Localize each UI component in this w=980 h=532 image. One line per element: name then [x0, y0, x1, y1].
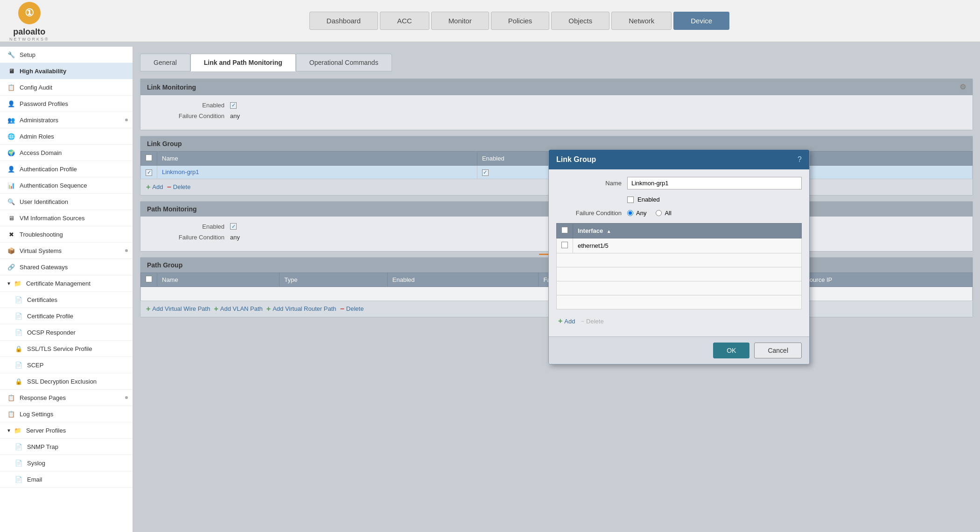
- path-monitoring-failure-label: Failure Condition: [150, 234, 224, 241]
- interface-row-checkbox[interactable]: [561, 242, 568, 248]
- link-group-row-name-link[interactable]: Linkmon-grp1: [162, 168, 199, 175]
- sort-arrow-icon: ▲: [607, 229, 611, 234]
- link-group-add-btn[interactable]: + Add: [146, 183, 163, 191]
- cert-profile-icon: 📄: [14, 311, 23, 321]
- domain-icon: 🌍: [7, 148, 16, 157]
- sidebar-item-password-profiles[interactable]: 👤 Password Profiles: [0, 96, 133, 112]
- link-group-row-name[interactable]: Linkmon-grp1: [157, 166, 477, 179]
- sidebar-item-server-profiles[interactable]: ▼ 📁 Server Profiles: [0, 422, 133, 439]
- empty-cell: [557, 253, 802, 267]
- sidebar-item-scep[interactable]: 📄 SCEP: [0, 357, 133, 373]
- dialog-interface-add-btn[interactable]: + Add: [558, 317, 575, 325]
- table-row[interactable]: ethernet1/5: [557, 238, 802, 253]
- tab-operational-commands[interactable]: Operational Commands: [296, 54, 392, 71]
- nav-tab-dashboard[interactable]: Dashboard: [309, 12, 378, 30]
- sidebar-item-cert-mgmt[interactable]: ▼ 📁 Certificate Management: [0, 275, 133, 292]
- link-monitoring-failure-label: Failure Condition: [150, 112, 224, 119]
- sidebar-item-virtual-systems[interactable]: 📦 Virtual Systems: [0, 243, 133, 259]
- dialog-ok-button[interactable]: OK: [713, 343, 749, 358]
- path-group-select-all[interactable]: [146, 276, 152, 282]
- syslog-icon: 📄: [14, 458, 23, 468]
- path-monitoring-enabled-label: Enabled: [150, 223, 224, 230]
- link-monitoring-enabled-label: Enabled: [150, 102, 224, 109]
- sidebar-item-setup[interactable]: 🔧 Setup: [0, 47, 133, 63]
- sidebar-item-shared-gateways[interactable]: 🔗 Shared Gateways: [0, 259, 133, 275]
- link-group-row-checkbox[interactable]: [146, 169, 152, 176]
- sidebar-item-vm-info[interactable]: 🖥 VM Information Sources: [0, 210, 133, 226]
- tab-link-path-monitoring[interactable]: Link and Path Monitoring: [190, 54, 296, 71]
- nav-tab-device[interactable]: Device: [673, 12, 729, 30]
- nav-tab-objects[interactable]: Objects: [551, 12, 609, 30]
- interface-row-check[interactable]: [557, 238, 573, 253]
- tab-general[interactable]: General: [140, 54, 190, 71]
- dialog-interface-delete-btn[interactable]: − Delete: [581, 317, 603, 325]
- link-group-row-enabled-checkbox[interactable]: [482, 169, 489, 176]
- sidebar-item-ocsp[interactable]: 📄 OCSP Responder: [0, 324, 133, 341]
- sidebar-item-ssl-tls[interactable]: 🔒 SSL/TLS Service Profile: [0, 341, 133, 357]
- dialog-name-label: Name: [556, 180, 622, 187]
- dialog-failure-row: Failure Condition Any All: [556, 210, 802, 217]
- setup-icon: 🔧: [7, 50, 16, 59]
- dialog-interface-actions: + Add − Delete: [556, 313, 802, 329]
- sidebar-item-log-settings[interactable]: 📋 Log Settings: [0, 406, 133, 422]
- sidebar-item-access-domain[interactable]: 🌍 Access Domain: [0, 145, 133, 161]
- minus-icon: −: [167, 183, 171, 191]
- auth-icon: 👤: [7, 164, 16, 174]
- ssl-icon: 🔒: [14, 344, 23, 353]
- sidebar-item-auth-sequence[interactable]: 📊 Authentication Sequence: [0, 177, 133, 194]
- dialog-cancel-button[interactable]: Cancel: [754, 343, 802, 358]
- link-monitoring-gear[interactable]: ⚙: [959, 83, 966, 91]
- interface-table-header: Interface ▲: [557, 224, 802, 238]
- dialog-name-row: Name: [556, 177, 802, 189]
- path-group-col-name: Name: [157, 273, 280, 287]
- link-group-row-check[interactable]: [141, 166, 157, 179]
- admin-icon: 👥: [7, 115, 16, 125]
- link-group-delete-btn[interactable]: − Delete: [167, 183, 190, 191]
- sidebar-item-troubleshooting[interactable]: ✖ Troubleshooting: [0, 226, 133, 243]
- link-monitoring-enabled-checkbox[interactable]: [230, 102, 237, 109]
- sidebar-item-ha[interactable]: 🖥 High Availability: [0, 63, 133, 79]
- dialog-failure-all[interactable]: All: [656, 210, 671, 217]
- server-profiles-triangle: ▼: [7, 428, 11, 433]
- sidebar-item-auth-profile[interactable]: 👤 Authentication Profile: [0, 161, 133, 177]
- add-virtual-wire-btn[interactable]: + Add Virtual Wire Path: [146, 305, 210, 313]
- failure-all-radio[interactable]: [656, 210, 662, 216]
- nav-tab-policies[interactable]: Policies: [491, 12, 550, 30]
- path-group-delete-btn[interactable]: − Delete: [340, 305, 364, 313]
- sidebar-item-admin-roles[interactable]: 🌐 Admin Roles: [0, 128, 133, 145]
- add-vlan-btn[interactable]: + Add VLAN Path: [214, 305, 262, 313]
- sidebar-item-administrators[interactable]: 👥 Administrators: [0, 112, 133, 128]
- sidebar-item-config-audit[interactable]: 📋 Config Audit: [0, 79, 133, 96]
- sidebar-item-cert-profile[interactable]: 📄 Certificate Profile: [0, 308, 133, 324]
- sidebar-item-certificates[interactable]: 📄 Certificates: [0, 292, 133, 308]
- sidebar-item-user-id[interactable]: 🔍 User Identification: [0, 194, 133, 210]
- link-group-select-all[interactable]: [146, 154, 152, 161]
- dialog-name-input[interactable]: [627, 177, 802, 189]
- link-monitoring-failure-row: Failure Condition any: [150, 112, 963, 119]
- interface-select-all[interactable]: [561, 227, 568, 233]
- path-group-col-source-ip: Source IP: [801, 273, 973, 287]
- interface-col-name: Interface ▲: [573, 224, 802, 238]
- roles-icon: 🌐: [7, 132, 16, 141]
- link-monitoring-enabled-row: Enabled: [150, 102, 963, 109]
- audit-icon: 📋: [7, 83, 16, 92]
- sidebar-item-syslog[interactable]: 📄 Syslog: [0, 455, 133, 471]
- failure-any-radio[interactable]: [627, 210, 633, 216]
- dialog-failure-any[interactable]: Any: [627, 210, 646, 217]
- sidebar-item-response-pages[interactable]: 📋 Response Pages: [0, 390, 133, 406]
- dialog-enabled-checkbox[interactable]: [627, 196, 634, 203]
- path-group-col-type: Type: [280, 273, 388, 287]
- dialog-help-icon[interactable]: ?: [798, 155, 802, 164]
- nav-tab-network[interactable]: Network: [611, 12, 672, 30]
- add-virtual-router-btn[interactable]: + Add Virtual Router Path: [266, 305, 336, 313]
- sidebar-item-email[interactable]: 📄 Email: [0, 471, 133, 488]
- interface-table: Interface ▲ ethernet1/5: [556, 223, 802, 309]
- dialog-body: Name Enabled Failure Condition: [549, 169, 809, 336]
- interface-row-name: ethernet1/5: [573, 238, 802, 253]
- sidebar-item-snmp[interactable]: 📄 SNMP Trap: [0, 439, 133, 455]
- nav-tab-acc[interactable]: ACC: [380, 12, 429, 30]
- nav-tab-monitor[interactable]: Monitor: [431, 12, 489, 30]
- authseq-icon: 📊: [7, 181, 16, 190]
- sidebar-item-ssl-exclusion[interactable]: 🔒 SSL Decryption Exclusion: [0, 373, 133, 390]
- path-monitoring-enabled-checkbox[interactable]: [230, 223, 237, 230]
